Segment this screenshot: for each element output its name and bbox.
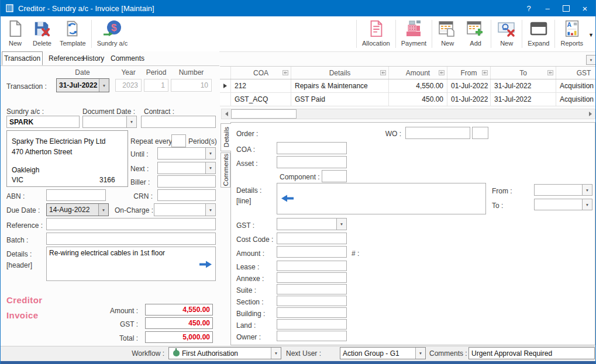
cell-from[interactable]: 01-Jul-2022: [447, 79, 491, 92]
details-header-field[interactable]: Re-wiring electrical cables in 1st floor: [46, 247, 216, 281]
expand-details-right-arrow-icon[interactable]: [198, 261, 212, 268]
dropdown-arrow-icon[interactable]: [126, 116, 136, 127]
grid-horizontal-scrollbar[interactable]: [221, 109, 595, 119]
tab-history[interactable]: History: [78, 52, 109, 65]
cell-gst[interactable]: Acquisition: [556, 93, 596, 106]
biller-field[interactable]: [157, 175, 216, 188]
section-field[interactable]: [277, 296, 347, 306]
annexe-field[interactable]: [277, 272, 347, 283]
land-field[interactable]: [277, 319, 347, 330]
panel-tab-comments[interactable]: Comments: [221, 152, 230, 188]
on-charge-picker[interactable]: [154, 203, 216, 216]
scrollbar-thumb[interactable]: [231, 109, 297, 119]
toolbar-button-delete[interactable]: Delete: [29, 18, 56, 48]
toolbar-button-new-cheque[interactable]: New: [492, 18, 521, 48]
dropdown-arrow-icon[interactable]: [582, 199, 592, 210]
dropdown-arrow-icon[interactable]: [415, 348, 425, 359]
cell-to[interactable]: 31-Jul-2022: [491, 93, 556, 106]
column-pin-icon[interactable]: [380, 70, 386, 75]
due-date-picker[interactable]: 14-Aug-2022: [46, 203, 109, 216]
grid-row-1[interactable]: 212 Repairs & Maintenance 4,550.00 01-Ju…: [220, 79, 596, 93]
contract-field[interactable]: [141, 116, 216, 128]
component-field[interactable]: [322, 170, 347, 182]
tab-transaction[interactable]: Transaction: [2, 51, 43, 65]
cell-from[interactable]: 01-Jul-2022: [447, 93, 491, 106]
toolbar-button-sundry-account[interactable]: $ Sundry a/c: [93, 18, 132, 48]
until-date-picker[interactable]: [157, 147, 216, 160]
copy-details-left-arrow-icon[interactable]: [281, 195, 295, 202]
toolbar-button-expand[interactable]: Expand: [523, 18, 553, 48]
cell-gst[interactable]: Acquisition: [556, 79, 596, 92]
grid-row-2[interactable]: GST_ACQ GST Paid 450.00 01-Jul-2022 31-J…: [220, 93, 596, 106]
document-date-picker[interactable]: [82, 116, 137, 128]
column-pin-icon[interactable]: [283, 70, 288, 75]
asset-field[interactable]: [277, 156, 347, 168]
toolbar-button-payment[interactable]: Payment: [397, 18, 430, 48]
line-coa-field[interactable]: [277, 142, 347, 154]
scroll-right-button[interactable]: [585, 109, 595, 119]
toolbar-button-new[interactable]: New: [2, 18, 29, 48]
toolbar-button-new-transaction[interactable]: New: [433, 18, 461, 48]
minimize-button[interactable]: –: [538, 0, 557, 16]
panel-tab-details[interactable]: Details: [221, 123, 231, 151]
workflow-picker[interactable]: First Authorisation: [168, 347, 281, 359]
grid-header-coa[interactable]: COA: [231, 67, 291, 79]
line-from-picker[interactable]: [534, 184, 592, 196]
dropdown-arrow-icon[interactable]: [99, 79, 109, 92]
toolbar-button-allocation[interactable]: Allocation: [358, 18, 394, 48]
row-selector-cell[interactable]: [220, 93, 231, 106]
line-to-picker[interactable]: [534, 199, 592, 210]
wo-field[interactable]: [405, 127, 470, 139]
details-line-field[interactable]: [277, 183, 486, 214]
grid-header-to[interactable]: To: [491, 67, 556, 79]
transaction-date-picker[interactable]: 31-Jul-2022: [56, 78, 109, 92]
row-selector-cell[interactable]: [220, 79, 231, 92]
column-pin-icon[interactable]: [547, 70, 553, 75]
dropdown-arrow-icon[interactable]: [582, 185, 592, 195]
line-gst-picker[interactable]: [277, 218, 347, 230]
sundry-account-field[interactable]: SPARK: [6, 116, 80, 128]
next-user-picker[interactable]: Action Group - G1: [340, 347, 426, 359]
dropdown-arrow-icon[interactable]: [205, 162, 215, 174]
cell-amount[interactable]: 450.00: [389, 93, 447, 106]
maximize-button[interactable]: [557, 0, 576, 16]
cell-details[interactable]: GST Paid: [291, 93, 389, 106]
crn-field[interactable]: [157, 189, 216, 201]
suite-field[interactable]: [277, 284, 347, 294]
toolbar-button-add-transaction[interactable]: Add: [461, 18, 490, 48]
toolbar-button-template[interactable]: Template: [56, 18, 90, 48]
grid-options-dropdown[interactable]: [586, 55, 596, 65]
dropdown-arrow-icon[interactable]: [336, 219, 346, 230]
abn-field[interactable]: [46, 189, 106, 201]
cell-coa[interactable]: 212: [231, 79, 291, 92]
tab-comments[interactable]: Comments: [106, 52, 149, 65]
line-amount-field[interactable]: [277, 246, 347, 258]
lease-field[interactable]: [277, 261, 347, 271]
building-field[interactable]: [277, 307, 347, 318]
footer-comments-field[interactable]: Urgent Approval Required: [468, 347, 595, 359]
wo-sequence-field[interactable]: [472, 127, 488, 139]
grid-header-from[interactable]: From: [447, 67, 491, 79]
close-button[interactable]: ×: [576, 0, 594, 16]
cell-details[interactable]: Repairs & Maintenance: [291, 79, 389, 92]
repeat-every-field[interactable]: [171, 134, 186, 147]
cost-code-field[interactable]: [277, 233, 347, 244]
scroll-left-button[interactable]: [222, 109, 231, 119]
dropdown-arrow-icon[interactable]: [205, 148, 215, 159]
dropdown-arrow-icon[interactable]: [271, 348, 281, 359]
toolbar-overflow-button[interactable]: ▼: [588, 32, 594, 38]
column-pin-icon[interactable]: [439, 70, 445, 75]
help-button[interactable]: ?: [519, 0, 538, 16]
cell-amount[interactable]: 4,550.00: [389, 79, 447, 92]
cell-to[interactable]: 31-Jul-2022: [491, 79, 556, 92]
batch-field[interactable]: [46, 233, 216, 245]
owner-field[interactable]: [277, 331, 347, 341]
dropdown-arrow-icon[interactable]: [205, 204, 215, 216]
reference-field[interactable]: [46, 218, 216, 230]
grid-header-gst[interactable]: GST: [556, 67, 596, 79]
next-date-picker[interactable]: [157, 162, 216, 174]
grid-header-details[interactable]: Details: [291, 67, 389, 79]
column-pin-icon[interactable]: [482, 70, 488, 75]
grid-header-amount[interactable]: Amount: [389, 67, 447, 79]
cell-coa[interactable]: GST_ACQ: [231, 93, 291, 106]
